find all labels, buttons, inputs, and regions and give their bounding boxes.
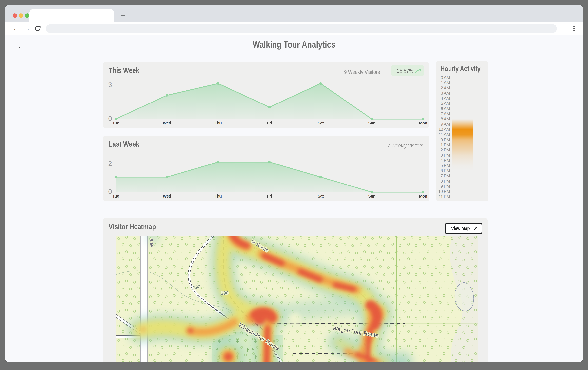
maximize-window-button[interactable] bbox=[25, 13, 29, 18]
y-tick-min: 0 bbox=[108, 115, 112, 122]
map-road-label: ane bbox=[149, 239, 155, 247]
heat-hole bbox=[289, 313, 301, 325]
this-week-card: This Week 9 Weekly Visitors 28.57% TueWe… bbox=[103, 62, 429, 128]
x-tick-label: Wed bbox=[163, 194, 171, 198]
hour-label: 5 PM bbox=[436, 163, 450, 168]
hour-label: 8 AM bbox=[436, 116, 450, 122]
hour-label: 0 PM bbox=[436, 137, 450, 142]
hour-label: 1 PM bbox=[436, 142, 450, 148]
hour-label: 6 AM bbox=[436, 106, 450, 111]
hour-label: 0 AM bbox=[436, 75, 450, 80]
hour-label: 9 AM bbox=[436, 122, 450, 127]
hourly-activity-title: Hourly Activity bbox=[441, 65, 489, 73]
forward-icon[interactable]: → bbox=[23, 24, 31, 33]
last-week-area-chart: TueWedThuFriSatSunMon20 bbox=[103, 136, 429, 201]
hourly-activity-card: Hourly Activity 0 AM1 AM2 AM3 AM4 AM5 AM… bbox=[436, 61, 488, 201]
visitor-heatmap-title: Visitor Heatmap bbox=[109, 222, 166, 231]
x-tick-label: Tue bbox=[112, 194, 119, 198]
hour-label: 11 AM bbox=[436, 132, 450, 137]
hour-label: 7 PM bbox=[436, 173, 450, 179]
browser-window: + ← → ← Walking Tour Analytics This Week… bbox=[5, 5, 583, 362]
last-week-card: Last Week 7 Weekly Visitors TueWedThuFri… bbox=[103, 136, 429, 201]
view-map-button[interactable]: View Map bbox=[445, 223, 482, 234]
y-tick-max: 2 bbox=[108, 160, 112, 167]
hour-label: 3 AM bbox=[436, 91, 450, 96]
tab-strip: + bbox=[5, 5, 583, 22]
x-tick-label: Tue bbox=[112, 121, 119, 125]
hour-label: 2 PM bbox=[436, 148, 450, 153]
external-link-icon bbox=[474, 226, 478, 231]
hourly-heat-column bbox=[452, 75, 473, 199]
menu-kebab-icon[interactable] bbox=[570, 25, 578, 32]
hour-label: 2 AM bbox=[436, 85, 450, 91]
hour-label: 9 PM bbox=[436, 184, 450, 189]
hour-label: 3 PM bbox=[436, 153, 450, 158]
x-tick-label: Mon bbox=[419, 194, 427, 198]
url-bar[interactable] bbox=[46, 24, 557, 33]
hour-label: 10 PM bbox=[436, 189, 450, 194]
hour-label: 4 PM bbox=[436, 158, 450, 163]
x-tick-label: Fri bbox=[267, 194, 272, 198]
hour-label: 4 AM bbox=[436, 96, 450, 101]
y-tick-min: 0 bbox=[108, 188, 112, 195]
visitor-heatmap-card: Visitor Heatmap View Map bbox=[103, 218, 488, 362]
page-title: Walking Tour Analytics bbox=[5, 39, 583, 50]
hour-labels: 0 AM1 AM2 AM3 AM4 AM5 AM6 AM7 AM8 AM9 AM… bbox=[436, 75, 450, 199]
x-tick-label: Wed bbox=[163, 121, 171, 125]
page-content: ← Walking Tour Analytics This Week 9 Wee… bbox=[5, 35, 583, 362]
hour-label: 8 PM bbox=[436, 179, 450, 184]
map-canvas: ane 290 290 ur Route Wagon Tour Route Wa… bbox=[116, 236, 478, 362]
y-tick-max: 3 bbox=[108, 81, 112, 88]
x-tick-label: Thu bbox=[215, 121, 222, 125]
new-tab-button[interactable]: + bbox=[119, 12, 127, 20]
map-scrub-dots bbox=[116, 236, 478, 362]
hour-label: 5 AM bbox=[436, 101, 450, 106]
map-contour-label-b: 290 bbox=[221, 290, 229, 296]
x-tick-label: Fri bbox=[267, 121, 272, 125]
hour-label: 7 AM bbox=[436, 111, 450, 116]
browser-tab[interactable] bbox=[29, 9, 114, 22]
x-tick-label: Sun bbox=[368, 194, 376, 198]
x-tick-label: Mon bbox=[419, 121, 427, 125]
x-tick-label: Sat bbox=[318, 194, 324, 198]
close-window-button[interactable] bbox=[12, 13, 17, 18]
hour-label: 11 PM bbox=[436, 194, 450, 199]
x-tick-label: Thu bbox=[215, 194, 222, 198]
back-icon[interactable]: ← bbox=[12, 24, 20, 33]
hour-label: 10 AM bbox=[436, 127, 450, 132]
hour-label: 6 PM bbox=[436, 168, 450, 173]
browser-toolbar: ← → bbox=[5, 22, 583, 35]
x-tick-label: Sat bbox=[318, 121, 324, 125]
x-tick-label: Sun bbox=[368, 121, 376, 125]
hour-label: 1 AM bbox=[436, 80, 450, 85]
minimize-window-button[interactable] bbox=[19, 13, 23, 18]
reload-icon[interactable] bbox=[34, 24, 42, 33]
this-week-area-chart: TueWedThuFriSatSunMon30 bbox=[103, 62, 429, 128]
